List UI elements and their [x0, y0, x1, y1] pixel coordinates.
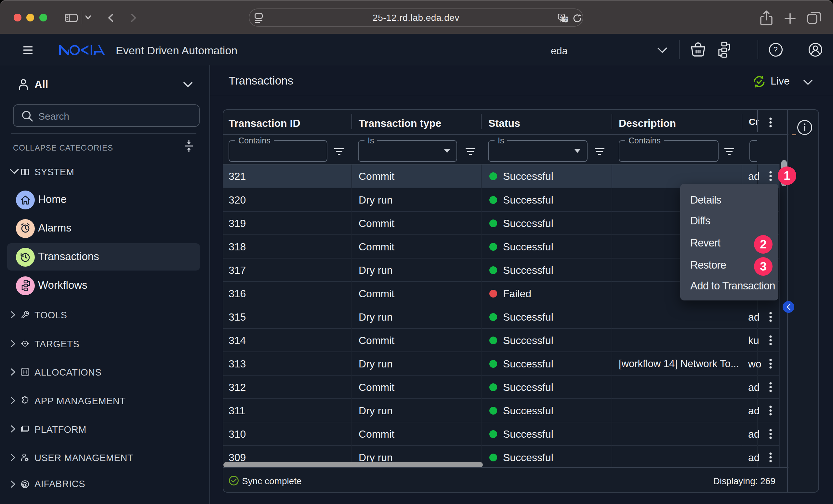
svg-text:?: ? [774, 45, 778, 54]
svg-text:文: 文 [564, 17, 568, 22]
